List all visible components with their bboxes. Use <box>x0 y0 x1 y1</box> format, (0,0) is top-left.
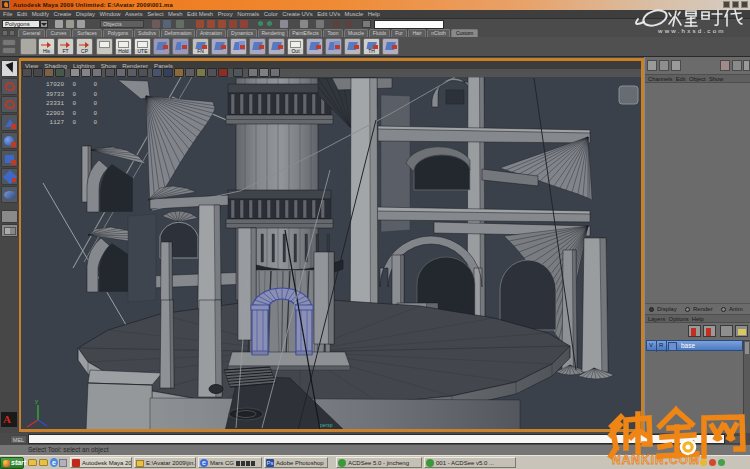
svg-text:0: 0 <box>93 100 97 107</box>
svg-text:0: 0 <box>72 100 76 107</box>
svg-text:NANKIN.COM: NANKIN.COM <box>612 453 700 467</box>
svg-text:0: 0 <box>93 91 97 98</box>
svg-text:y: y <box>35 398 38 404</box>
svg-text:0: 0 <box>72 81 76 88</box>
svg-text:0: 0 <box>93 81 97 88</box>
svg-text:1127: 1127 <box>50 119 65 126</box>
svg-text:17020: 17020 <box>46 81 64 88</box>
svg-text:23331: 23331 <box>46 100 64 107</box>
svg-text:0: 0 <box>93 110 97 117</box>
svg-text:persp: persp <box>320 422 333 428</box>
svg-text:www.hxsd.com: www.hxsd.com <box>657 27 726 34</box>
svg-text:0: 0 <box>93 119 97 126</box>
svg-text:0: 0 <box>72 91 76 98</box>
svg-text:0: 0 <box>72 119 76 126</box>
svg-text:39733: 39733 <box>46 91 64 98</box>
svg-text:0: 0 <box>72 110 76 117</box>
svg-text:22903: 22903 <box>46 110 64 117</box>
